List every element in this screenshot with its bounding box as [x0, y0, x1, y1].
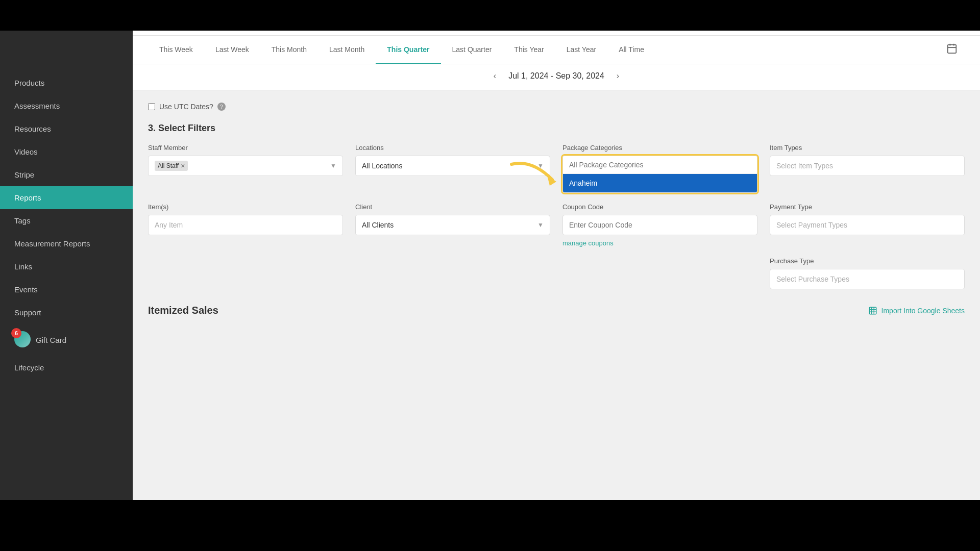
- tab-last-quarter[interactable]: Last Quarter: [441, 36, 503, 64]
- purchase-type-label: Purchase Type: [770, 257, 965, 265]
- staff-member-label: Staff Member: [148, 144, 343, 152]
- staff-member-select[interactable]: All Staff × ▼: [148, 156, 343, 176]
- sidebar-item-label: Gift Card: [36, 336, 66, 344]
- sidebar-item-label: Links: [14, 262, 32, 271]
- itemized-sales-section: Itemized Sales Import Into Google Sheets: [148, 305, 965, 316]
- payment-type-placeholder: Select Payment Types: [776, 221, 847, 229]
- sidebar-item-gift-card[interactable]: 6 Gift Card: [0, 324, 133, 356]
- filters-row2: Item(s) Any Item Client All Clients ▼ Co…: [148, 203, 965, 247]
- calendar-icon[interactable]: [939, 36, 965, 64]
- package-categories-filter: Package Categories Anaheim: [562, 144, 757, 193]
- svg-rect-11: [869, 307, 876, 314]
- manage-coupons-link[interactable]: manage coupons: [562, 239, 757, 247]
- items-select[interactable]: Any Item: [148, 215, 343, 235]
- chevron-down-icon: ▼: [330, 162, 336, 169]
- client-filter: Client All Clients ▼: [355, 203, 550, 247]
- payment-type-filter: Payment Type Select Payment Types: [770, 203, 965, 247]
- sidebar-item-resources[interactable]: Resources: [0, 117, 133, 140]
- help-icon[interactable]: ?: [217, 103, 226, 111]
- date-next-button[interactable]: ›: [612, 69, 623, 83]
- purchase-type-filter: Purchase Type Select Purchase Types: [770, 257, 965, 289]
- client-select[interactable]: All Clients ▼: [355, 215, 550, 235]
- sidebar-item-label: Assessments: [14, 102, 60, 110]
- sidebar-item-lifecycle[interactable]: Lifecycle: [0, 356, 133, 379]
- import-google-sheets-label: Import Into Google Sheets: [881, 307, 965, 315]
- package-categories-search[interactable]: [563, 156, 757, 174]
- tab-last-month[interactable]: Last Month: [318, 36, 376, 64]
- chevron-down-icon: ▼: [537, 162, 544, 169]
- package-categories-option-anaheim[interactable]: Anaheim: [563, 174, 757, 192]
- tab-this-quarter[interactable]: This Quarter: [376, 36, 440, 64]
- chevron-down-icon: ▼: [537, 221, 544, 229]
- sidebar-item-tags[interactable]: Tags: [0, 209, 133, 232]
- date-tabs: This Week Last Week This Month Last Mont…: [133, 36, 980, 64]
- package-categories-dropdown-container: Anaheim: [562, 156, 757, 193]
- purchase-type-select[interactable]: Select Purchase Types: [770, 269, 965, 289]
- utc-label: Use UTC Dates?: [159, 103, 213, 111]
- sidebar-item-label: Events: [14, 285, 38, 294]
- items-label: Item(s): [148, 203, 343, 211]
- staff-member-tag: All Staff ×: [155, 161, 188, 171]
- filters-row3: Purchase Type Select Purchase Types: [148, 257, 965, 289]
- filters-grid: Staff Member All Staff × ▼ Locations: [148, 144, 965, 193]
- tab-all-time[interactable]: All Time: [607, 36, 655, 64]
- locations-filter: Locations All Locations ▼: [355, 144, 550, 193]
- item-types-placeholder: Select Item Types: [776, 162, 833, 170]
- item-types-select[interactable]: Select Item Types: [770, 156, 965, 176]
- staff-member-remove[interactable]: ×: [181, 162, 185, 170]
- purchase-type-placeholder: Select Purchase Types: [776, 275, 849, 283]
- package-categories-label: Package Categories: [562, 144, 757, 152]
- tab-this-year[interactable]: This Year: [503, 36, 555, 64]
- tab-this-month[interactable]: This Month: [260, 36, 318, 64]
- notification-badge: 6: [11, 328, 21, 338]
- svg-rect-6: [948, 45, 957, 54]
- sidebar-item-assessments[interactable]: Assessments: [0, 94, 133, 117]
- sidebar-item-label: Support: [14, 308, 41, 317]
- sidebar-item-support[interactable]: Support: [0, 301, 133, 324]
- sidebar-item-links[interactable]: Links: [0, 255, 133, 278]
- tab-this-week[interactable]: This Week: [148, 36, 204, 64]
- google-sheets-icon: [868, 306, 877, 315]
- itemized-sales-title: Itemized Sales: [148, 305, 218, 316]
- coupon-label: Coupon Code: [562, 203, 757, 211]
- sidebar-item-stripe[interactable]: Stripe: [0, 163, 133, 186]
- filters-section-title: 3. Select Filters: [148, 123, 965, 134]
- main-content: ☰: [133, 0, 980, 551]
- item-types-label: Item Types: [770, 144, 965, 152]
- client-placeholder: All Clients: [362, 221, 394, 229]
- date-range-bar: ‹ Jul 1, 2024 - Sep 30, 2024 ›: [133, 64, 980, 90]
- sidebar-item-videos[interactable]: Videos: [0, 140, 133, 163]
- sidebar: Products Assessments Resources Videos St…: [0, 0, 133, 551]
- tab-last-week[interactable]: Last Week: [204, 36, 260, 64]
- coupon-input[interactable]: [562, 215, 757, 235]
- coupon-text-input[interactable]: [569, 221, 751, 229]
- sidebar-item-label: Measurement Reports: [14, 239, 90, 248]
- sidebar-item-label: Stripe: [14, 170, 34, 179]
- items-placeholder: Any Item: [155, 221, 183, 229]
- staff-member-filter: Staff Member All Staff × ▼: [148, 144, 343, 193]
- inner-content: Use UTC Dates? ? 3. Select Filters Staff…: [133, 90, 980, 551]
- locations-label: Locations: [355, 144, 550, 152]
- sidebar-item-label: Resources: [14, 124, 51, 133]
- package-categories-dropdown: Anaheim: [562, 156, 757, 193]
- sidebar-item-reports[interactable]: Reports: [0, 186, 133, 209]
- date-prev-button[interactable]: ‹: [489, 69, 500, 83]
- client-label: Client: [355, 203, 550, 211]
- item-types-filter: Item Types Select Item Types: [770, 144, 965, 193]
- sidebar-item-label: Products: [14, 79, 44, 87]
- sidebar-item-measurement-reports[interactable]: Measurement Reports: [0, 232, 133, 255]
- locations-select[interactable]: All Locations ▼: [355, 156, 550, 176]
- sidebar-item-events[interactable]: Events: [0, 278, 133, 301]
- items-filter: Item(s) Any Item: [148, 203, 343, 247]
- sidebar-item-label: Lifecycle: [14, 363, 44, 372]
- date-range-text: Jul 1, 2024 - Sep 30, 2024: [508, 71, 604, 81]
- utc-row: Use UTC Dates? ?: [148, 103, 965, 111]
- utc-checkbox[interactable]: [148, 103, 155, 110]
- payment-type-label: Payment Type: [770, 203, 965, 211]
- sidebar-item-label: Tags: [14, 216, 31, 225]
- import-google-sheets-button[interactable]: Import Into Google Sheets: [868, 306, 965, 315]
- sidebar-item-products[interactable]: Products: [0, 71, 133, 94]
- payment-type-select[interactable]: Select Payment Types: [770, 215, 965, 235]
- tab-last-year[interactable]: Last Year: [555, 36, 607, 64]
- sidebar-item-label: Reports: [14, 193, 41, 202]
